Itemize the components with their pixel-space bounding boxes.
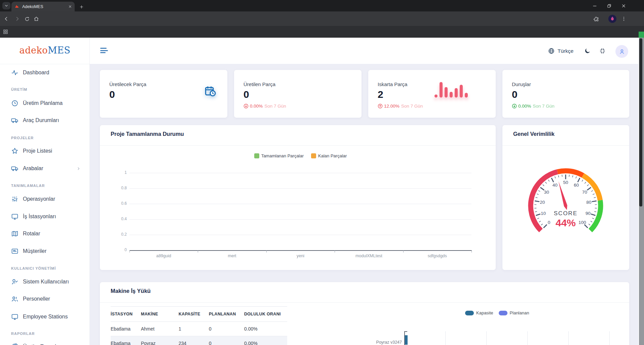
x-category-label: sdfgsdgds [404, 254, 471, 258]
browser-menu-kebab-icon[interactable] [619, 14, 628, 23]
sidebar-item-uretim-raporlari[interactable]: Üretim Raporları [0, 342, 90, 345]
spark-bar [455, 88, 458, 98]
forward-button[interactable] [13, 14, 22, 23]
gauge-label: 10 [541, 211, 546, 216]
sidebar-item-proje-listesi[interactable]: Proje Listesi [0, 146, 90, 156]
stat-title: Üretilecek Parça [109, 81, 146, 87]
sidebar-item-label: Proje Listesi [23, 148, 52, 154]
gauge-tick [535, 201, 539, 201]
stat-delta: 12.00% Son 7 Gün [378, 104, 423, 109]
language-selector[interactable]: Türkçe [548, 47, 573, 54]
sidebar-item-operasyonlar[interactable]: Operasyonlar [0, 194, 90, 204]
pie-chart-icon [11, 343, 18, 345]
spark-bar [460, 85, 463, 98]
gauge-tick [562, 175, 562, 177]
sidebar-item-sistem-kullanicilari[interactable]: Sistem Kullanıcıları [0, 277, 90, 286]
efficiency-gauge-chart: 0102030405060708090100SCORE44% [502, 145, 629, 270]
y-tick-label: 0.6 [113, 201, 127, 206]
sidebar-item-label: Müşteriler [23, 248, 46, 254]
fullscreen-toggle[interactable] [599, 47, 606, 54]
stat-title: Üretilen Parça [243, 81, 275, 87]
gauge-tick [591, 221, 592, 222]
person-icon [618, 48, 626, 55]
gauge-tick [541, 224, 543, 225]
home-button[interactable] [32, 14, 41, 23]
delta-period: Son 7 Gün [401, 104, 423, 109]
apps-grid-icon[interactable] [3, 29, 8, 35]
gauge-tick [535, 197, 537, 198]
gauge-tick [543, 185, 544, 186]
stat-value: 0 [512, 89, 518, 100]
gauge-needle [559, 181, 567, 210]
gauge-tick [537, 194, 539, 194]
y-tick-label: 0.4 [113, 217, 127, 221]
gauge-tick [548, 180, 549, 182]
sidebar-section-projeler: PROJELER [11, 136, 34, 140]
gauge-tick [585, 182, 586, 184]
page-scrollbar-thumb[interactable] [639, 38, 642, 206]
sidebar-item-label: Arabalar [23, 165, 43, 171]
dark-mode-toggle[interactable] [584, 47, 591, 54]
sidebar-item-label: Üretim Raporları [23, 344, 62, 345]
spark-bar [450, 92, 453, 98]
user-avatar[interactable] [615, 45, 628, 58]
gauge-tick [536, 214, 540, 215]
reload-button[interactable] [23, 14, 31, 23]
tab-close-icon[interactable] [68, 5, 72, 8]
monitor-icon [11, 213, 18, 220]
trend-down-circle-icon [243, 104, 249, 109]
sidebar-item-uretim-planlama[interactable]: Üretim Planlama [0, 99, 90, 108]
extensions-icon[interactable] [592, 14, 600, 23]
gauge-tick [539, 221, 541, 222]
gridline [129, 219, 471, 220]
sidebar-item-dashboard[interactable]: Dashboard [0, 68, 90, 77]
gridline [568, 331, 569, 345]
sidebar-item-personeller[interactable]: Personeller [0, 294, 90, 304]
sidebar-divider [0, 64, 90, 64]
gauge-tick [591, 214, 595, 215]
gauge-tick [578, 178, 580, 182]
screen: AdekoMES localhost:44300 [0, 0, 644, 345]
sidebar-item-label: Üretim Planlama [23, 100, 63, 106]
sidebar-item-employee-stations[interactable]: Employee Stations [0, 312, 90, 321]
category-label: Poyraz v3247 [335, 340, 402, 345]
panel-title: Genel Verimlilik [513, 131, 555, 137]
sidebar-item-rotalar[interactable]: Rotalar [0, 229, 90, 238]
sidebar-item-musteriler[interactable]: Müşteriler [0, 246, 90, 256]
users-icon [11, 295, 18, 303]
gauge-tick [538, 191, 540, 192]
gauge-tick [572, 176, 573, 178]
browser-tab[interactable]: AdekoMES [11, 2, 75, 11]
adeko-favicon-icon [14, 4, 20, 9]
hamburger-menu-icon[interactable] [100, 48, 108, 53]
sliders-icon [11, 195, 18, 203]
x-tick [335, 250, 335, 253]
sidebar-item-arac-durumlari[interactable]: Araç Durumları [0, 116, 90, 125]
x-category-label: a89guid [130, 254, 197, 258]
profile-avatar[interactable] [608, 14, 617, 23]
x-tick [471, 250, 472, 253]
sidebar-item-label: Operasyonlar [23, 196, 55, 202]
gauge-tick [587, 185, 589, 186]
y-tick-label: 0.2 [113, 232, 127, 237]
window-close-button[interactable] [616, 0, 631, 11]
back-button[interactable] [2, 14, 11, 23]
sidebar-item-arabalar[interactable]: Arabalar [0, 164, 90, 173]
tab-search-button[interactable] [2, 2, 10, 9]
delta-value: 0.00% [518, 104, 531, 109]
new-tab-button[interactable] [77, 3, 85, 11]
truck-icon [11, 117, 18, 124]
stat-delta: 0.00% Son 7 Gün [512, 104, 555, 109]
window-restore-button[interactable] [601, 0, 617, 11]
spark-bar [440, 82, 443, 98]
gauge-label: 50 [563, 180, 568, 185]
gauge-tick [540, 187, 544, 190]
x-axis-line [129, 250, 471, 251]
trend-down-circle-icon [512, 104, 517, 109]
gauge-tick [587, 187, 591, 190]
window-minimize-button[interactable] [587, 0, 602, 11]
gauge-label: 20 [540, 200, 545, 205]
gridline [129, 204, 471, 204]
gauge-tick [558, 176, 559, 178]
sidebar-item-is-istasyonlari[interactable]: İş İstasyonları [0, 212, 90, 221]
